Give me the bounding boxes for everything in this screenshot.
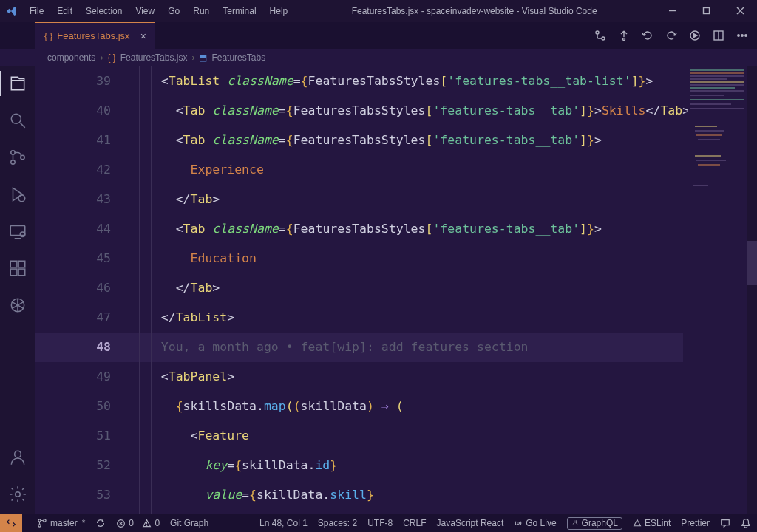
code-line[interactable]: <TabList className={FeaturesTabsStyles['… xyxy=(139,66,757,96)
svg-point-4 xyxy=(596,31,599,34)
title-bar: File Edit Selection View Go Run Terminal… xyxy=(0,0,757,22)
accounts-icon[interactable] xyxy=(8,448,27,467)
eslint-status[interactable]: ESLint xyxy=(633,518,671,528)
svg-point-5 xyxy=(602,37,605,40)
compare-changes-icon[interactable] xyxy=(594,30,606,41)
svg-point-17 xyxy=(21,155,24,159)
svg-point-13 xyxy=(11,114,21,123)
svg-point-10 xyxy=(738,35,739,36)
code-line[interactable]: Education xyxy=(139,244,757,273)
split-editor-icon[interactable] xyxy=(713,30,724,41)
code-line[interactable]: <Tab className={FeaturesTabsStyles['feat… xyxy=(139,214,757,244)
close-tab-icon[interactable]: × xyxy=(140,30,146,42)
indentation[interactable]: Spaces: 2 xyxy=(318,518,357,528)
line-number: 44 xyxy=(35,214,111,244)
more-actions-icon[interactable] xyxy=(736,30,748,41)
breadcrumb[interactable]: components › { } FeaturesTabs.jsx › ⬒ Fe… xyxy=(0,49,757,66)
code-line[interactable]: <TabPanel> xyxy=(139,362,757,392)
search-icon[interactable] xyxy=(8,111,27,130)
symbol-icon: ⬒ xyxy=(199,52,207,63)
menu-run[interactable]: Run xyxy=(187,3,215,19)
menu-go[interactable]: Go xyxy=(162,3,186,19)
git-branch[interactable]: master* xyxy=(37,518,85,528)
menu-file[interactable]: File xyxy=(24,3,50,19)
svg-rect-25 xyxy=(18,269,25,276)
svg-point-6 xyxy=(623,38,625,41)
line-number: 42 xyxy=(35,155,111,185)
feedback-icon[interactable] xyxy=(720,518,730,528)
editor-actions xyxy=(594,22,757,49)
cursor-position[interactable]: Ln 48, Col 1 xyxy=(259,518,308,528)
settings-gear-icon[interactable] xyxy=(8,485,27,504)
run-icon[interactable] xyxy=(689,30,701,41)
file-tab-featurestabs[interactable]: { } FeaturesTabs.jsx × xyxy=(35,22,155,49)
menu-edit[interactable]: Edit xyxy=(51,3,78,19)
graphql-icon[interactable] xyxy=(8,296,27,315)
prev-change-icon[interactable] xyxy=(642,30,654,41)
graphql-status[interactable]: GraphQL xyxy=(567,517,622,530)
code-line[interactable]: </TabList> xyxy=(139,303,757,332)
remote-explorer-icon[interactable] xyxy=(8,222,27,241)
minimap[interactable] xyxy=(688,66,747,514)
extensions-icon[interactable] xyxy=(8,259,27,278)
code-line[interactable]: {skillsData.map((skillData) ⇒ ( xyxy=(139,392,757,421)
source-control-icon[interactable] xyxy=(8,148,27,167)
code-line[interactable]: key={skillData.id} xyxy=(139,451,757,480)
svg-point-15 xyxy=(11,151,15,154)
window-title: FeaturesTabs.jsx - spaceinvadev-website … xyxy=(293,6,655,16)
svg-rect-19 xyxy=(10,225,25,235)
activity-bar xyxy=(0,66,35,514)
vscode-logo-icon xyxy=(6,5,18,17)
maximize-button[interactable] xyxy=(689,0,723,22)
gutter: 39 40 41 42 43 44 45 46 47 48 49 50 51 5… xyxy=(35,66,132,514)
svg-rect-22 xyxy=(10,261,17,267)
menu-help[interactable]: Help xyxy=(264,3,294,19)
svg-point-39 xyxy=(146,525,147,525)
code-line[interactable]: Experience xyxy=(139,155,757,185)
line-number: 51 xyxy=(35,421,111,451)
breadcrumb-symbol[interactable]: FeaturesTabs xyxy=(211,52,265,63)
problems[interactable]: 0 0 xyxy=(116,518,160,528)
minimize-button[interactable] xyxy=(655,0,689,22)
run-debug-icon[interactable] xyxy=(8,185,27,204)
code-content[interactable]: <TabList className={FeaturesTabsStyles['… xyxy=(139,66,757,514)
line-number: 40 xyxy=(35,96,111,126)
code-line-current[interactable]: You, a month ago • feat[wip]: add featur… xyxy=(139,332,757,362)
code-line[interactable]: <Tab className={FeaturesTabsStyles['feat… xyxy=(139,126,757,155)
git-sync[interactable] xyxy=(95,518,106,528)
eol[interactable]: CRLF xyxy=(403,518,426,528)
breadcrumb-file[interactable]: FeaturesTabs.jsx xyxy=(120,52,188,63)
code-line[interactable]: <Feature xyxy=(139,421,757,451)
file-tab-name: FeaturesTabs.jsx xyxy=(57,30,129,41)
code-line[interactable]: </Tab> xyxy=(139,185,757,214)
menu-view[interactable]: View xyxy=(129,3,160,19)
git-graph[interactable]: Git Graph xyxy=(170,518,208,528)
code-line[interactable]: </Tab> xyxy=(139,273,757,303)
encoding[interactable]: UTF-8 xyxy=(367,518,393,528)
notifications-icon[interactable] xyxy=(741,518,751,528)
line-number: 39 xyxy=(35,66,111,96)
toggle-changes-icon[interactable] xyxy=(618,30,630,41)
code-line[interactable]: value={skillData.skill} xyxy=(139,480,757,510)
line-number: 53 xyxy=(35,480,111,510)
menu-terminal[interactable]: Terminal xyxy=(217,3,262,19)
language-mode[interactable]: JavaScript React xyxy=(437,518,504,528)
next-change-icon[interactable] xyxy=(665,30,677,41)
code-line[interactable]: <Tab className={FeaturesTabsStyles['feat… xyxy=(139,96,757,126)
breadcrumb-folder[interactable]: components xyxy=(47,52,95,63)
remote-button[interactable] xyxy=(0,514,22,532)
go-live[interactable]: Go Live xyxy=(514,518,556,528)
svg-point-16 xyxy=(11,160,15,164)
scrollbar-vertical[interactable] xyxy=(747,66,757,514)
close-button[interactable] xyxy=(723,0,757,22)
jsx-file-icon: { } xyxy=(107,52,115,63)
svg-point-21 xyxy=(20,232,25,237)
line-number: 49 xyxy=(35,362,111,392)
line-number: 43 xyxy=(35,185,111,214)
scrollbar-thumb[interactable] xyxy=(747,241,757,285)
prettier-status[interactable]: Prettier xyxy=(681,518,710,528)
menu-bar: File Edit Selection View Go Run Terminal… xyxy=(24,3,293,19)
menu-selection[interactable]: Selection xyxy=(80,3,128,19)
code-editor[interactable]: 39 40 41 42 43 44 45 46 47 48 49 50 51 5… xyxy=(35,66,757,514)
explorer-icon[interactable] xyxy=(8,74,27,93)
